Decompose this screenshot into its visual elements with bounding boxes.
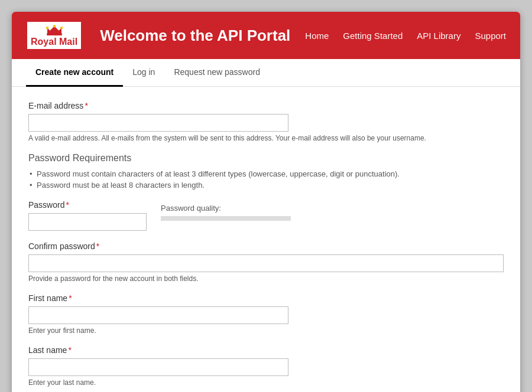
password-quality-col: Password quality:	[161, 200, 504, 221]
password-input[interactable]	[28, 213, 147, 231]
svg-point-1	[46, 27, 48, 30]
email-label: E-mail address*	[28, 101, 504, 110]
first-name-hint: Enter your first name.	[28, 326, 504, 335]
last-name-group: Last name* Enter your last name.	[28, 345, 504, 387]
nav-api-library[interactable]: API Library	[417, 31, 460, 41]
password-input-col: Password*	[28, 200, 147, 231]
tab-log-in[interactable]: Log in	[123, 59, 164, 87]
header-nav: Home Getting Started API Library Support	[305, 31, 506, 41]
password-requirements-section: Password Requirements Password must cont…	[28, 153, 504, 190]
password-group: Password* Password quality:	[28, 200, 504, 231]
royal-mail-logo: Royal Mail	[31, 24, 77, 47]
password-row: Password* Password quality:	[28, 200, 504, 231]
nav-home[interactable]: Home	[305, 31, 329, 41]
first-name-input[interactable]	[28, 306, 288, 324]
requirement-item: Password must be at least 8 characters i…	[28, 181, 504, 190]
password-quality-label: Password quality:	[161, 204, 504, 213]
requirement-item: Password must contain characters of at l…	[28, 169, 504, 178]
svg-point-2	[53, 25, 56, 28]
tab-create-account[interactable]: Create new account	[26, 59, 123, 87]
password-requirements-title: Password Requirements	[28, 153, 504, 164]
requirements-list: Password must contain characters of at l…	[28, 169, 504, 190]
last-name-hint: Enter your last name.	[28, 378, 504, 387]
confirm-password-label: Confirm password*	[28, 241, 504, 251]
header-title: Welcome to the API Portal	[100, 27, 305, 45]
logo: Royal Mail	[26, 21, 82, 50]
confirm-password-input[interactable]	[28, 254, 504, 272]
nav-getting-started[interactable]: Getting Started	[343, 31, 403, 41]
email-group: E-mail address* A valid e-mail address. …	[28, 101, 504, 142]
nav-support[interactable]: Support	[475, 31, 506, 41]
svg-point-3	[60, 27, 63, 30]
tab-bar: Create new account Log in Request new pa…	[12, 59, 520, 87]
password-label: Password*	[28, 200, 147, 210]
svg-rect-4	[47, 33, 62, 35]
form-area: E-mail address* A valid e-mail address. …	[12, 87, 520, 392]
email-input[interactable]	[28, 114, 288, 132]
logo-text: Royal Mail	[31, 37, 77, 47]
last-name-label: Last name*	[28, 345, 504, 355]
last-name-input[interactable]	[28, 358, 288, 376]
confirm-password-group: Confirm password* Provide a password for…	[28, 241, 504, 283]
password-quality-bar	[161, 216, 291, 221]
email-hint: A valid e-mail address. All e-mails from…	[28, 134, 504, 142]
app-window: Royal Mail Welcome to the API Portal Hom…	[12, 12, 520, 392]
first-name-group: First name* Enter your first name.	[28, 293, 504, 335]
tab-request-password[interactable]: Request new password	[164, 59, 270, 87]
password-hint: Provide a password for the new account i…	[28, 275, 504, 283]
first-name-label: First name*	[28, 293, 504, 303]
header: Royal Mail Welcome to the API Portal Hom…	[12, 12, 520, 59]
crown-icon	[46, 24, 63, 36]
